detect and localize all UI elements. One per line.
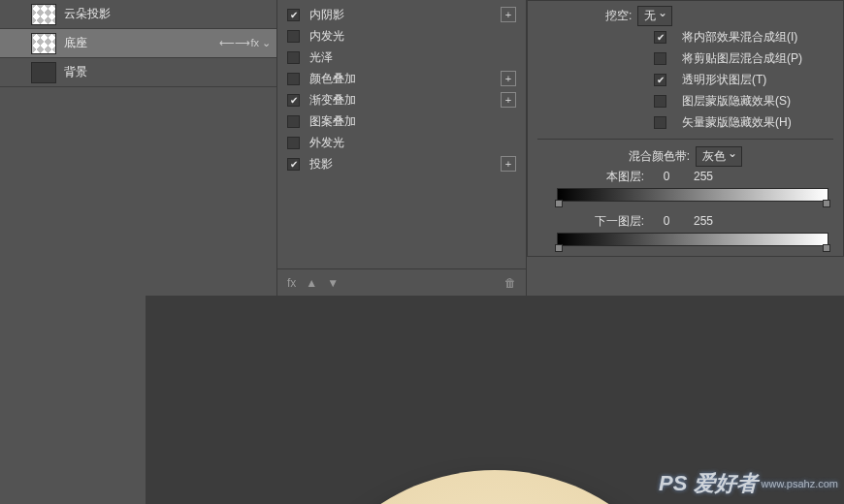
layer-thumbnail[interactable]: [31, 33, 56, 54]
this-layer-label: 本图层:: [586, 169, 644, 185]
effect-row[interactable]: 内发光: [277, 25, 526, 47]
option-label: 透明形状图层(T): [682, 72, 766, 88]
divider: [537, 139, 833, 140]
knockout-select[interactable]: 无: [637, 6, 672, 26]
add-effect-icon[interactable]: +: [501, 92, 516, 108]
layer-link-icon[interactable]: ⟵⟶: [219, 37, 250, 49]
move-up-icon[interactable]: ▲: [306, 276, 317, 290]
effect-row[interactable]: 投影 +: [277, 153, 526, 174]
effect-checkbox[interactable]: [287, 115, 300, 128]
under-layer-label: 下一图层:: [586, 213, 644, 230]
knockout-row: 挖空: 无: [537, 5, 833, 26]
option-label: 将剪贴图层混合成组(P): [682, 50, 802, 67]
effect-label: 光泽: [309, 49, 516, 66]
effect-label: 颜色叠加: [309, 71, 501, 87]
visibility-icon[interactable]: [6, 6, 23, 23]
slider-handle[interactable]: [555, 200, 563, 207]
effect-checkbox[interactable]: [287, 158, 300, 171]
layer-row[interactable]: 背景: [0, 58, 276, 87]
effect-row[interactable]: 外发光: [277, 132, 526, 153]
plate-outer: [286, 470, 703, 504]
move-down-icon[interactable]: ▼: [327, 276, 339, 290]
advanced-blending-panel: 挖空: 无 将内部效果混合成组(I) 将剪贴图层混合成组(P) 透明形状图层(T…: [527, 0, 844, 257]
effect-checkbox[interactable]: [287, 9, 300, 21]
effect-label: 图案叠加: [309, 113, 516, 130]
layer-name[interactable]: 背景: [64, 64, 271, 80]
effects-footer: fx ▲ ▼ 🗑: [277, 268, 526, 296]
option-label: 将内部效果混合成组(I): [682, 29, 797, 46]
visibility-icon[interactable]: [6, 35, 23, 52]
watermark: PS 爱好者 www.psahz.com: [659, 469, 838, 498]
effect-checkbox[interactable]: [287, 30, 300, 43]
under-layer-slider[interactable]: [557, 233, 828, 246]
effect-row[interactable]: 光泽: [277, 47, 526, 68]
option-label: 图层蒙版隐藏效果(S): [682, 93, 791, 110]
slider-handle[interactable]: [823, 244, 830, 252]
layer-thumbnail[interactable]: [31, 4, 56, 25]
effect-row[interactable]: 内阴影 +: [277, 4, 526, 25]
blendif-row: 混合颜色带: 灰色: [537, 145, 833, 167]
watermark-url: www.psahz.com: [762, 478, 838, 489]
layer-thumbnail[interactable]: [31, 62, 56, 83]
option-checkbox[interactable]: [654, 31, 666, 44]
add-effect-icon[interactable]: +: [501, 156, 516, 172]
option-label: 矢量蒙版隐藏效果(H): [682, 114, 792, 131]
option-checkbox[interactable]: [654, 52, 666, 65]
blendif-label: 混合颜色带:: [629, 148, 690, 165]
effect-label: 外发光: [309, 135, 516, 151]
visibility-icon[interactable]: [6, 64, 23, 81]
blendif-select[interactable]: 灰色: [696, 146, 742, 167]
under-layer-min: 0: [652, 214, 681, 228]
effect-checkbox[interactable]: [287, 51, 300, 64]
this-layer-min: 0: [652, 170, 681, 183]
effect-checkbox[interactable]: [287, 137, 300, 149]
fx-menu-icon[interactable]: fx: [287, 276, 296, 290]
under-layer-max: 255: [689, 214, 718, 228]
knockout-label: 挖空:: [605, 8, 632, 24]
slider-handle[interactable]: [555, 244, 563, 252]
this-layer-slider[interactable]: [557, 188, 828, 202]
layer-name[interactable]: 云朵投影: [64, 6, 271, 22]
option-checkbox[interactable]: [654, 95, 666, 108]
effect-row[interactable]: 颜色叠加 +: [277, 68, 526, 89]
effect-label: 投影: [309, 156, 501, 173]
trash-icon[interactable]: 🗑: [504, 276, 516, 290]
advanced-options: 将内部效果混合成组(I) 将剪贴图层混合成组(P) 透明形状图层(T) 图层蒙版…: [537, 26, 833, 133]
layer-row[interactable]: 云朵投影: [0, 0, 276, 29]
effect-label: 内发光: [309, 28, 516, 45]
effect-row[interactable]: 图案叠加: [277, 110, 526, 132]
under-layer-row: 下一图层: 0 255: [537, 211, 833, 231]
watermark-text: PS 爱好者: [659, 469, 757, 498]
option-checkbox[interactable]: [654, 116, 666, 129]
layer-fx-icon[interactable]: fx ⌄: [250, 37, 271, 49]
effects-panel: 内阴影 + 内发光 光泽 颜色叠加 + 渐变叠加 + 图案叠加 外发光 投影 +…: [276, 0, 527, 296]
effect-checkbox[interactable]: [287, 73, 300, 85]
add-effect-icon[interactable]: +: [501, 71, 516, 86]
layer-name[interactable]: 底座: [64, 35, 219, 51]
option-checkbox[interactable]: [654, 74, 666, 86]
this-layer-max: 255: [689, 170, 718, 183]
slider-handle[interactable]: [823, 200, 830, 207]
effect-row[interactable]: 渐变叠加 +: [277, 89, 526, 110]
layers-panel: 云朵投影 底座 ⟵⟶ fx ⌄ 背景: [0, 0, 276, 296]
effect-label: 内阴影: [309, 7, 501, 23]
layer-row[interactable]: 底座 ⟵⟶ fx ⌄: [0, 29, 276, 58]
this-layer-row: 本图层: 0 255: [537, 167, 833, 186]
add-effect-icon[interactable]: +: [501, 7, 516, 22]
effect-label: 渐变叠加: [309, 92, 501, 109]
effect-checkbox[interactable]: [287, 94, 300, 107]
